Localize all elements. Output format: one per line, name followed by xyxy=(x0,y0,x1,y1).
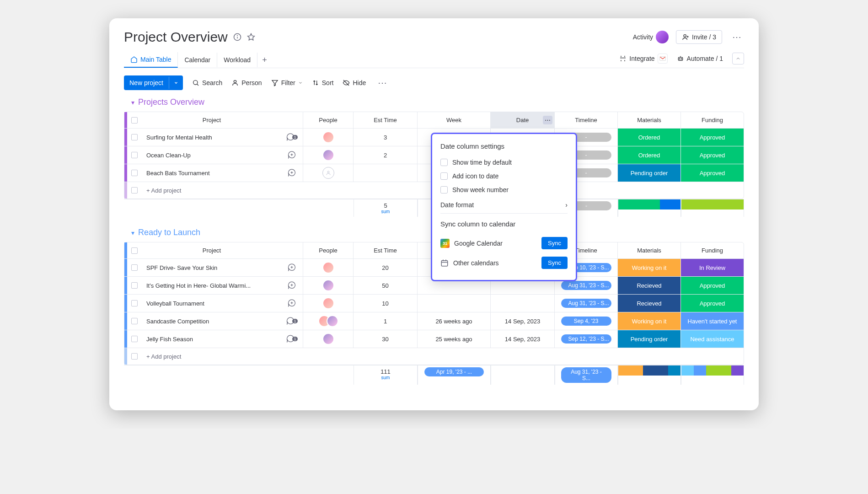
checkbox[interactable] xyxy=(440,172,448,180)
hide-icon xyxy=(343,79,350,86)
add-icon-option[interactable]: Add icon to date xyxy=(440,169,568,183)
people-cell[interactable] xyxy=(303,295,353,312)
tab-workload[interactable]: Workload xyxy=(217,53,257,67)
svg-marker-3 xyxy=(247,34,254,40)
avatar xyxy=(656,31,669,43)
activity-button[interactable]: Activity xyxy=(633,31,669,43)
row-checkbox[interactable] xyxy=(127,264,142,271)
people-cell[interactable] xyxy=(303,277,353,294)
add-chat-icon[interactable] xyxy=(281,259,303,276)
robot-icon xyxy=(677,55,684,62)
add-chat-icon[interactable] xyxy=(281,277,303,294)
row-checkbox[interactable] xyxy=(127,300,142,306)
date-format-submenu[interactable]: Date format › xyxy=(440,197,568,214)
add-view-button[interactable]: + xyxy=(257,54,272,67)
google-calendar-icon: 31 xyxy=(440,239,450,248)
chevron-up-icon xyxy=(735,56,741,61)
row-checkbox[interactable] xyxy=(127,134,142,140)
svg-line-13 xyxy=(197,84,198,86)
chat-icon[interactable]: 1 xyxy=(281,312,303,330)
filter-icon xyxy=(271,79,279,86)
chevron-down-icon xyxy=(298,81,303,85)
show-time-option[interactable]: Show time by default xyxy=(440,156,568,169)
search-button[interactable]: Search xyxy=(192,79,222,86)
filter-button[interactable]: Filter xyxy=(271,79,303,86)
hide-button[interactable]: Hide xyxy=(343,79,366,86)
chat-icon[interactable]: 1 xyxy=(281,330,303,348)
svg-point-2 xyxy=(237,36,237,36)
info-icon[interactable] xyxy=(233,33,241,41)
invite-button[interactable]: Invite / 3 xyxy=(676,30,722,44)
svg-point-21 xyxy=(327,171,329,173)
date-column-header[interactable]: Date ⋯ xyxy=(490,112,554,128)
chevron-down-icon[interactable] xyxy=(169,77,183,89)
table-row: Volleyball Tournament 10 Aug 31, '23 - S… xyxy=(124,295,744,312)
row-checkbox[interactable] xyxy=(127,318,142,324)
people-cell[interactable] xyxy=(303,146,353,164)
people-cell[interactable] xyxy=(303,312,353,330)
svg-point-14 xyxy=(234,81,236,83)
sort-icon xyxy=(312,79,319,86)
sync-section-title: Sync column to calendar xyxy=(440,220,568,228)
chat-icon[interactable]: 1 xyxy=(281,129,303,146)
person-icon xyxy=(231,79,239,86)
chevron-down-icon: ▾ xyxy=(131,229,134,236)
person-filter-button[interactable]: Person xyxy=(231,79,262,86)
row-checkbox[interactable] xyxy=(127,336,142,342)
table-header: Project People Est Time Week Date ⋯ Time… xyxy=(124,112,744,129)
people-cell[interactable] xyxy=(303,129,353,146)
popup-title: Date column settings xyxy=(440,142,568,150)
more-toolbar-icon[interactable]: ⋯ xyxy=(375,75,390,90)
tab-calendar[interactable]: Calendar xyxy=(178,53,217,67)
sync-other-button[interactable]: Sync xyxy=(541,257,568,269)
row-checkbox[interactable] xyxy=(127,282,142,289)
collapse-panel-button[interactable] xyxy=(732,53,744,64)
people-cell[interactable] xyxy=(303,330,353,348)
view-tabs: Main Table Calendar Workload + xyxy=(124,52,272,68)
google-calendar-row: 31Google Calendar Sync xyxy=(440,233,568,253)
integrate-icon xyxy=(619,55,627,62)
svg-marker-15 xyxy=(272,81,278,86)
add-project-row[interactable]: + Add project xyxy=(124,348,744,365)
row-checkbox[interactable] xyxy=(127,170,142,176)
chevron-right-icon: › xyxy=(565,201,568,209)
add-chat-icon[interactable] xyxy=(281,146,303,164)
other-calendars-row: Other calendars Sync xyxy=(440,253,568,273)
add-chat-icon[interactable] xyxy=(281,295,303,312)
people-cell[interactable] xyxy=(303,164,353,182)
more-options-icon[interactable]: ⋯ xyxy=(729,30,744,44)
calendar-icon xyxy=(440,259,449,267)
svg-point-10 xyxy=(681,59,681,59)
person-plus-icon xyxy=(682,33,689,41)
table-row: Sandcastle Competition 1 1 26 weeks ago … xyxy=(124,312,744,330)
checkbox[interactable] xyxy=(440,186,448,193)
select-all-checkbox[interactable] xyxy=(127,247,142,254)
sync-google-button[interactable]: Sync xyxy=(541,237,568,249)
row-checkbox[interactable] xyxy=(127,152,142,158)
home-icon xyxy=(130,56,138,63)
svg-point-4 xyxy=(684,35,686,37)
automate-button[interactable]: Automate / 1 xyxy=(677,55,723,62)
search-icon xyxy=(192,79,199,86)
new-project-button[interactable]: New project xyxy=(124,75,183,90)
show-week-option[interactable]: Show week number xyxy=(440,183,568,197)
integrate-button[interactable]: Integrate xyxy=(619,54,667,64)
sort-button[interactable]: Sort xyxy=(312,79,334,86)
svg-point-9 xyxy=(679,59,680,59)
checkbox[interactable] xyxy=(440,159,448,166)
table-row: Jelly Fish Season 1 30 25 weeks ago 14 S… xyxy=(124,330,744,348)
chevron-down-icon: ▾ xyxy=(131,99,134,106)
select-all-checkbox[interactable] xyxy=(127,117,142,124)
gmail-icon xyxy=(658,54,668,64)
summary-row: 111sum Apr 19, '23 - ... Aug 31, '23 - S… xyxy=(124,365,744,385)
tab-main-table[interactable]: Main Table xyxy=(124,52,178,68)
column-menu-button[interactable]: ⋯ xyxy=(543,116,552,124)
add-chat-icon[interactable] xyxy=(281,164,303,182)
page-title: Project Overview xyxy=(124,29,228,45)
board-header: Project Overview Activity Invite / 3 ⋯ xyxy=(124,29,744,45)
star-icon[interactable] xyxy=(247,33,255,41)
people-cell[interactable] xyxy=(303,259,353,276)
svg-point-12 xyxy=(193,81,198,85)
date-column-settings-popup: Date column settings Show time by defaul… xyxy=(431,133,577,281)
group-header[interactable]: ▾ Projects Overview xyxy=(124,97,744,107)
